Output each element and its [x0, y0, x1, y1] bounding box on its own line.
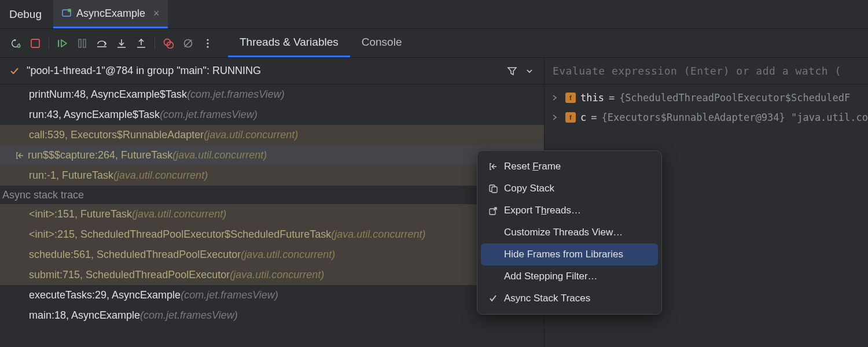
variable-row[interactable]: fc={Executors$RunnableAdapter@934} "java… [545, 108, 868, 127]
svg-rect-6 [83, 39, 86, 47]
stack-frame[interactable]: call:539, Executors$RunnableAdapter (jav… [0, 125, 544, 145]
menu-label: Copy Stack [504, 183, 554, 194]
frame-text: main:18, AsyncExample [29, 309, 140, 322]
chevron-right-icon[interactable] [551, 114, 561, 121]
main-split: "pool-1-thread-1"@784 in group "main": R… [0, 58, 868, 347]
evaluate-expression-input[interactable] [545, 65, 868, 77]
menu-label: Customize Threads View… [504, 227, 623, 238]
stack-frame[interactable]: executeTasks:29, AsyncExample (com.jet.f… [0, 285, 544, 305]
frame-package: (com.jet.framesView) [181, 289, 278, 301]
svg-rect-4 [58, 40, 59, 47]
filter-icon[interactable] [503, 66, 521, 76]
frame-text: run:-1, FutureTask [29, 169, 113, 182]
field-icon: f [565, 93, 576, 103]
frame-text: <init>:151, FutureTask [29, 208, 132, 220]
menu-hide-library-frames[interactable]: Hide Frames from Libraries [481, 243, 658, 265]
chevron-down-icon[interactable] [521, 67, 538, 76]
frame-package: (java.util.concurrent) [132, 208, 226, 220]
variable-name: c [580, 112, 586, 123]
close-icon[interactable]: × [150, 8, 160, 20]
stack-frame[interactable]: run:43, AsyncExample$Task (com.jet.frame… [0, 105, 544, 125]
frames-list: printNum:48, AsyncExample$Task (com.jet.… [0, 84, 544, 326]
menu-label: Hide Frames from Libraries [504, 249, 623, 260]
stack-frame[interactable]: run$$$capture:264, FutureTask (java.util… [0, 145, 544, 165]
svg-point-15 [207, 42, 208, 44]
resume-button[interactable] [53, 34, 72, 53]
variable-value: {ScheduledThreadPoolExecutor$ScheduledF [619, 92, 850, 104]
svg-point-16 [207, 46, 208, 47]
variable-value: {Executors$RunnableAdapter@934} "java.ut… [601, 112, 868, 123]
menu-export-threads[interactable]: Export Threads… [481, 200, 658, 222]
export-icon [488, 206, 498, 215]
frame-package: (java.util.concurrent) [172, 149, 267, 161]
frame-text: printNum:48, AsyncExample$Task [29, 88, 187, 101]
stack-frame[interactable]: main:18, AsyncExample (com.jet.framesVie… [0, 305, 544, 326]
rerun-button[interactable] [6, 34, 25, 53]
pause-button[interactable] [72, 34, 92, 53]
thread-selector[interactable]: "pool-1-thread-1"@784 in group "main": R… [0, 58, 544, 84]
stack-frame[interactable]: run:-1, FutureTask (java.util.concurrent… [0, 165, 544, 186]
svg-rect-9 [137, 47, 145, 48]
content-tabs: Threads & Variables Console [228, 29, 413, 57]
frame-text: <init>:215, ScheduledThreadPoolExecutor$… [29, 228, 331, 241]
frame-package: (java.util.concurrent) [331, 228, 425, 241]
debug-session-tab[interactable]: AsyncExample × [53, 0, 168, 28]
variable-row[interactable]: fthis={ScheduledThreadPoolExecutor$Sched… [545, 88, 868, 108]
tab-console[interactable]: Console [350, 29, 414, 57]
stack-frame[interactable]: schedule:561, ScheduledThreadPoolExecuto… [0, 245, 544, 265]
menu-reset-frame[interactable]: Reset Frame [481, 156, 658, 178]
view-breakpoints-button[interactable] [159, 34, 178, 53]
separator [155, 37, 155, 50]
menu-label: Reset Frame [504, 161, 561, 172]
variable-name: this [580, 92, 604, 104]
chevron-right-icon[interactable] [551, 94, 561, 101]
frame-text: schedule:561, ScheduledThreadPoolExecuto… [29, 249, 241, 261]
svg-point-14 [207, 39, 208, 40]
more-button[interactable] [198, 34, 218, 53]
stop-button[interactable] [25, 34, 45, 53]
frame-text: call:539, Executors$RunnableAdapter [29, 129, 204, 141]
variables-list: fthis={ScheduledThreadPoolExecutor$Sched… [545, 84, 868, 127]
step-out-button[interactable] [131, 34, 151, 53]
frame-package: (java.util.concurrent) [241, 249, 335, 261]
stack-frame[interactable]: printNum:48, AsyncExample$Task (com.jet.… [0, 84, 544, 105]
menu-customize-threads-view[interactable]: Customize Threads View… [481, 222, 658, 243]
async-section-label: Async stack trace [0, 186, 544, 204]
menu-label: Async Stack Traces [504, 293, 590, 304]
step-over-button[interactable] [92, 34, 112, 53]
menu-label: Add Stepping Filter… [504, 271, 598, 282]
svg-point-1 [68, 9, 71, 12]
stack-frame[interactable]: <init>:151, FutureTask (java.util.concur… [0, 204, 544, 224]
svg-rect-3 [31, 39, 39, 47]
frame-package: (com.jet.framesView) [187, 88, 285, 101]
svg-rect-7 [97, 46, 106, 47]
application-icon [61, 8, 72, 19]
check-icon [488, 294, 498, 302]
tab-threads-variables[interactable]: Threads & Variables [228, 29, 350, 57]
frame-package: (java.util.concurrent) [204, 129, 298, 141]
evaluate-row [545, 58, 868, 84]
stack-frame[interactable]: submit:715, ScheduledThreadPoolExecutor … [0, 265, 544, 285]
check-icon [6, 66, 23, 76]
menu-add-stepping-filter[interactable]: Add Stepping Filter… [481, 265, 658, 287]
copy-icon [488, 184, 498, 193]
stack-frame[interactable]: <init>:215, ScheduledThreadPoolExecutor$… [0, 224, 544, 245]
frame-package: (com.jet.framesView) [160, 109, 258, 121]
frame-package: (com.jet.framesView) [140, 309, 238, 322]
menu-async-stack-traces[interactable]: Async Stack Traces [481, 287, 658, 309]
frame-text: submit:715, ScheduledThreadPoolExecutor [29, 269, 230, 281]
separator [49, 37, 49, 50]
frame-package: (java.util.concurrent) [113, 169, 208, 182]
step-into-button[interactable] [112, 34, 131, 53]
svg-rect-8 [117, 47, 126, 48]
frame-text: executeTasks:29, AsyncExample [29, 289, 181, 301]
debug-toolbar: Threads & Variables Console [0, 29, 868, 58]
mute-breakpoints-button[interactable] [178, 34, 198, 53]
field-icon: f [565, 112, 576, 123]
reset-frame-icon [488, 162, 498, 171]
frame-package: (java.util.concurrent) [230, 269, 324, 281]
reset-frame-icon [15, 151, 24, 160]
frames-context-menu: Reset Frame Copy Stack Export Threads… C… [477, 150, 662, 315]
thread-label: "pool-1-thread-1"@784 in group "main": R… [23, 65, 503, 77]
menu-copy-stack[interactable]: Copy Stack [481, 178, 658, 200]
